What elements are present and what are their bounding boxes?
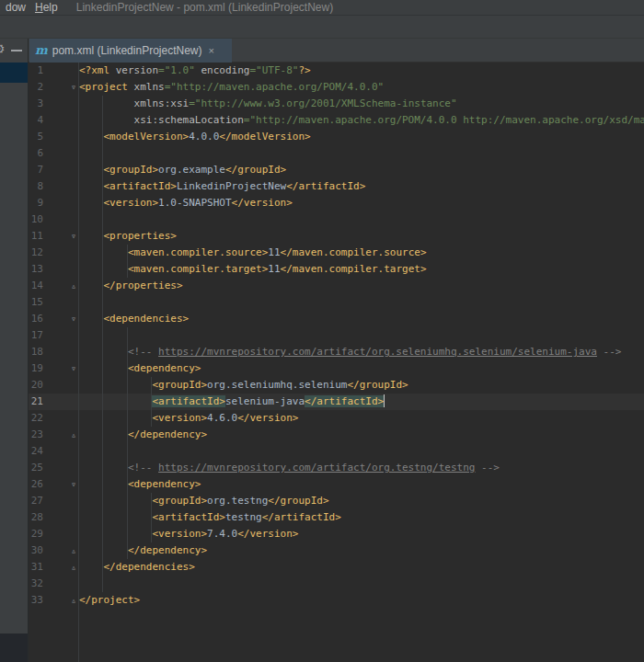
code-line[interactable]: 26▿ <dependency>	[29, 476, 644, 493]
fold-up-icon[interactable]: ▵	[43, 542, 78, 559]
code-line[interactable]: 32	[29, 576, 644, 592]
line-number[interactable]: 7	[29, 162, 43, 178]
code-line[interactable]: 30▵ </dependency>	[29, 542, 644, 559]
line-number[interactable]: 6	[29, 145, 43, 162]
code-line[interactable]: 24	[29, 443, 644, 460]
line-number[interactable]: 16	[29, 311, 43, 327]
panel-bottom-shadow	[0, 633, 29, 662]
line-number[interactable]: 9	[29, 195, 43, 211]
line-number[interactable]: 17	[29, 327, 43, 344]
code-line[interactable]: 27 <groupId>org.testng</groupId>	[29, 493, 644, 509]
menu-item-help[interactable]: Help	[31, 1, 62, 14]
line-number[interactable]: 4	[29, 112, 43, 129]
code-text: <artifactId>selenium-java</artifactId>	[79, 394, 385, 410]
code-line[interactable]: 3 xmlns:xsi="http://www.w3.org/2001/XMLS…	[29, 96, 644, 112]
line-number[interactable]: 5	[29, 129, 43, 145]
code-line[interactable]: 29 <version>7.4.0</version>	[29, 526, 644, 542]
line-number[interactable]: 12	[29, 245, 43, 261]
fold-down-icon[interactable]: ▿	[43, 228, 78, 245]
code-line[interactable]: 19▿ <dependency>	[29, 360, 644, 377]
code-line[interactable]: 33▵</project>	[29, 592, 644, 609]
code-line[interactable]: 12 <maven.compiler.source>11</maven.comp…	[29, 245, 644, 261]
code-line[interactable]: 22 <version>4.6.0</version>	[29, 410, 644, 427]
fold-down-icon[interactable]: ▿	[43, 311, 78, 327]
fold-down-icon[interactable]: ▿	[43, 476, 78, 493]
line-number[interactable]: 21	[29, 394, 43, 410]
line-number[interactable]: 8	[29, 178, 43, 195]
code-line[interactable]: 1<?xml version="1.0" encoding="UTF-8"?>	[29, 63, 644, 79]
line-number[interactable]: 26	[29, 476, 43, 493]
code-line[interactable]: 2▿<project xmlns="http://maven.apache.or…	[29, 79, 644, 96]
code-text: <artifactId>LinkedinProjectNew</artifact…	[79, 178, 365, 195]
fold-up-icon[interactable]: ▵	[43, 592, 78, 609]
tab-close-icon[interactable]: ×	[209, 46, 214, 56]
line-number[interactable]: 25	[29, 460, 43, 476]
code-line[interactable]: 5 <modelVersion>4.0.0</modelVersion>	[29, 129, 644, 145]
code-line[interactable]: 21 <artifactId>selenium-java</artifactId…	[29, 394, 644, 410]
line-number[interactable]: 23	[29, 427, 43, 443]
code-text: <version>1.0-SNAPSHOT</version>	[79, 195, 293, 211]
fold-up-icon[interactable]: ▵	[43, 427, 78, 443]
line-number[interactable]: 11	[29, 228, 43, 245]
fold-down-icon[interactable]: ▿	[43, 79, 78, 96]
gear-icon[interactable]: ⚙	[0, 41, 6, 56]
line-number[interactable]: 28	[29, 509, 43, 526]
line-number[interactable]: 31	[29, 559, 43, 576]
line-number[interactable]: 20	[29, 377, 43, 394]
code-line[interactable]: 18 <!-- https://mvnrepository.com/artifa…	[29, 344, 644, 360]
code-line[interactable]: 25 <!-- https://mvnrepository.com/artifa…	[29, 460, 644, 476]
line-number[interactable]: 29	[29, 526, 43, 542]
fold-spacer	[43, 129, 78, 145]
code-text: xsi:schemaLocation="http://maven.apache.…	[79, 112, 644, 129]
editor-lines: 1<?xml version="1.0" encoding="UTF-8"?>2…	[29, 63, 644, 609]
line-number[interactable]: 1	[29, 63, 43, 79]
line-number[interactable]: 3	[29, 96, 43, 112]
code-line[interactable]: 20 <groupId>org.seleniumhq.selenium</gro…	[29, 377, 644, 394]
code-line[interactable]: 28 <artifactId>testng</artifactId>	[29, 509, 644, 526]
code-text: <dependency>	[79, 476, 201, 493]
menu-item-window-partial[interactable]: dow	[2, 1, 29, 14]
code-line[interactable]: 7 <groupId>org.example</groupId>	[29, 162, 644, 178]
line-number[interactable]: 27	[29, 493, 43, 509]
code-editor[interactable]: 1<?xml version="1.0" encoding="UTF-8"?>2…	[29, 63, 644, 662]
line-number[interactable]: 19	[29, 360, 43, 377]
code-line[interactable]: 6	[29, 145, 644, 162]
line-number[interactable]: 15	[29, 294, 43, 311]
code-line[interactable]: 16▿ <dependencies>	[29, 311, 644, 327]
editor-tab-pom-xml[interactable]: m pom.xml (LinkedinProjectNew) ×	[29, 39, 232, 63]
code-line[interactable]: 13 <maven.compiler.target>11</maven.comp…	[29, 261, 644, 278]
project-panel-sliver: ⚙	[0, 39, 29, 662]
line-number[interactable]: 18	[29, 344, 43, 360]
hide-panel-icon[interactable]	[11, 50, 22, 51]
fold-spacer	[43, 509, 78, 526]
code-line[interactable]: 31▵ </dependencies>	[29, 559, 644, 576]
line-number[interactable]: 30	[29, 542, 43, 559]
line-number[interactable]: 10	[29, 211, 43, 228]
line-number[interactable]: 13	[29, 261, 43, 278]
code-line[interactable]: 23▵ </dependency>	[29, 427, 644, 443]
code-text: <dependency>	[79, 360, 201, 377]
code-line[interactable]: 14▵ </properties>	[29, 278, 644, 294]
code-line[interactable]: 15	[29, 294, 644, 311]
code-text: <maven.compiler.target>11</maven.compile…	[79, 261, 427, 278]
code-text: <dependencies>	[79, 311, 189, 327]
code-line[interactable]: 9 <version>1.0-SNAPSHOT</version>	[29, 195, 644, 211]
project-tree-selection[interactable]	[0, 63, 29, 83]
fold-spacer	[43, 96, 78, 112]
fold-up-icon[interactable]: ▵	[43, 278, 78, 294]
code-line[interactable]: 10	[29, 211, 644, 228]
line-number[interactable]: 32	[29, 576, 43, 592]
code-line[interactable]: 11▿ <properties>	[29, 228, 644, 245]
fold-down-icon[interactable]: ▿	[43, 360, 78, 377]
code-line[interactable]: 17	[29, 327, 644, 344]
line-number[interactable]: 24	[29, 443, 43, 460]
menu-bar: dow Help LinkedinProjectNew - pom.xml (L…	[0, 0, 644, 16]
line-number[interactable]: 14	[29, 278, 43, 294]
code-line[interactable]: 4 xsi:schemaLocation="http://maven.apach…	[29, 112, 644, 129]
code-line[interactable]: 8 <artifactId>LinkedinProjectNew</artifa…	[29, 178, 644, 195]
line-number[interactable]: 33	[29, 592, 43, 609]
fold-spacer	[43, 377, 78, 394]
fold-up-icon[interactable]: ▵	[43, 559, 78, 576]
line-number[interactable]: 22	[29, 410, 43, 427]
line-number[interactable]: 2	[29, 79, 43, 96]
